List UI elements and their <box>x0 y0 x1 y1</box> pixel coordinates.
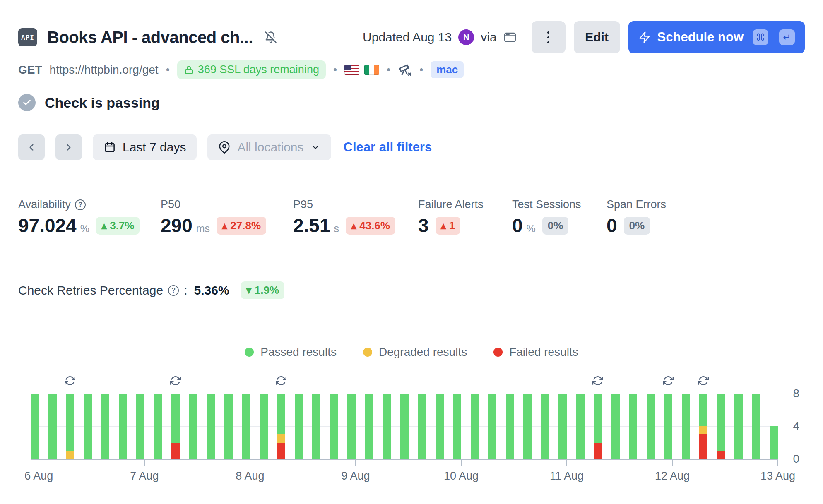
ssl-badge: 369 SSL days remaining <box>177 60 326 79</box>
result-bar-18[interactable] <box>330 394 338 459</box>
stat-value: 290 <box>161 216 193 235</box>
stats-row: Availability?97.024%▴ 3.7%P50290ms▴ 27.8… <box>18 198 805 235</box>
more-options-button[interactable] <box>532 21 566 53</box>
result-bar-17[interactable] <box>312 394 320 459</box>
passed-segment <box>541 394 549 459</box>
result-bar-4[interactable] <box>84 394 92 459</box>
result-bar-34[interactable] <box>611 394 620 459</box>
page-title: Books API - advanced ch... <box>47 28 253 47</box>
zap-icon <box>638 31 651 43</box>
degraded-segment <box>699 426 707 434</box>
result-bar-29[interactable] <box>523 394 532 459</box>
via-label: via <box>481 30 496 44</box>
result-bar-43[interactable] <box>770 394 778 459</box>
locations-dropdown[interactable]: All locations <box>207 134 331 160</box>
x-tick-label: 6 Aug <box>24 470 53 482</box>
result-bar-20[interactable] <box>365 394 373 459</box>
schedule-now-button[interactable]: Schedule now ⌘ ↵ <box>628 21 805 53</box>
result-bar-9[interactable] <box>171 394 180 459</box>
result-bar-10[interactable] <box>189 394 197 459</box>
result-bar-21[interactable] <box>383 394 391 459</box>
result-bar-41[interactable] <box>734 394 743 459</box>
date-range-button[interactable]: Last 7 days <box>93 134 197 160</box>
result-bar-36[interactable] <box>647 394 655 459</box>
result-bar-14[interactable] <box>260 394 268 459</box>
status-row: Check is passing <box>18 94 805 111</box>
passed-segment <box>752 394 760 459</box>
result-bar-2[interactable] <box>48 394 57 459</box>
separator-dot: • <box>419 63 423 76</box>
result-bar-11[interactable] <box>207 394 215 459</box>
bell-off-icon[interactable] <box>265 31 277 43</box>
result-bar-3[interactable] <box>66 394 74 459</box>
header: API Books API - advanced ch... Updated A… <box>18 21 805 54</box>
result-bar-22[interactable] <box>400 394 409 459</box>
legend-item-failed[interactable]: Failed results <box>493 346 578 359</box>
passed-segment <box>506 394 514 459</box>
passed-segment <box>66 394 74 451</box>
result-bar-31[interactable] <box>558 394 567 459</box>
info-icon[interactable]: ? <box>168 285 179 296</box>
prev-period-button[interactable] <box>18 134 45 160</box>
passed-segment <box>400 394 409 459</box>
info-icon[interactable]: ? <box>75 199 86 210</box>
retries-trend-badge: ▾ 1.9% <box>241 281 285 299</box>
result-bar-23[interactable] <box>418 394 426 459</box>
status-text: Check is passing <box>45 95 160 111</box>
result-bar-38[interactable] <box>682 394 690 459</box>
result-bar-32[interactable] <box>576 394 585 459</box>
passed-segment <box>770 426 778 459</box>
result-bar-39[interactable] <box>699 394 707 459</box>
browser-window-icon <box>503 31 517 44</box>
x-tick-label: 13 Aug <box>760 470 795 482</box>
result-bar-1[interactable] <box>31 394 39 459</box>
chart-legend: Passed resultsDegraded resultsFailed res… <box>18 346 805 359</box>
filter-row: Last 7 days All locations Clear all filt… <box>18 134 805 160</box>
stat-unit: % <box>527 223 536 235</box>
stat-trend-badge: ▴ 27.8% <box>217 217 266 235</box>
result-bar-13[interactable] <box>242 394 250 459</box>
stat-value: 0 <box>512 216 523 235</box>
retries-value: 5.36% <box>194 283 229 298</box>
clear-all-filters-link[interactable]: Clear all filters <box>344 140 432 155</box>
result-bar-15[interactable] <box>277 394 285 459</box>
result-bar-33[interactable] <box>594 394 602 459</box>
stat-value: 2.51 <box>293 216 330 235</box>
result-bar-12[interactable] <box>224 394 233 459</box>
result-bar-7[interactable] <box>136 394 144 459</box>
failed-segment <box>699 434 707 459</box>
result-bar-25[interactable] <box>453 394 461 459</box>
legend-item-degraded[interactable]: Degraded results <box>363 346 467 359</box>
result-bar-19[interactable] <box>347 394 356 459</box>
result-bar-35[interactable] <box>629 394 637 459</box>
result-bar-26[interactable] <box>471 394 479 459</box>
edit-button[interactable]: Edit <box>574 21 620 53</box>
result-bar-6[interactable] <box>119 394 127 459</box>
schedule-now-label: Schedule now <box>657 30 744 45</box>
result-bar-8[interactable] <box>154 394 162 459</box>
enter-key-icon: ↵ <box>779 29 795 45</box>
result-bar-27[interactable] <box>488 394 496 459</box>
result-bar-30[interactable] <box>541 394 549 459</box>
legend-item-passed[interactable]: Passed results <box>245 346 337 359</box>
x-tick-mark <box>39 460 39 466</box>
passed-segment <box>154 394 162 459</box>
passed-segment <box>682 394 690 459</box>
retry-icon <box>698 375 709 386</box>
x-tick-label: 11 Aug <box>550 470 584 482</box>
result-bar-42[interactable] <box>752 394 760 459</box>
failed-segment <box>594 443 602 459</box>
passed-segment <box>31 394 39 459</box>
stat-trend-badge: ▴ 43.6% <box>346 217 395 235</box>
telescope-off-icon <box>398 63 412 77</box>
result-bar-16[interactable] <box>295 394 303 459</box>
result-bar-5[interactable] <box>101 394 109 459</box>
next-period-button[interactable] <box>55 134 82 160</box>
stat-value: 0 <box>606 216 617 235</box>
result-bar-28[interactable] <box>506 394 514 459</box>
result-bar-24[interactable] <box>436 394 444 459</box>
result-bar-40[interactable] <box>717 394 725 459</box>
stat-p95: P952.51s▴ 43.6% <box>293 198 418 235</box>
header-actions: Edit Schedule now ⌘ ↵ <box>532 21 805 53</box>
result-bar-37[interactable] <box>664 394 672 459</box>
